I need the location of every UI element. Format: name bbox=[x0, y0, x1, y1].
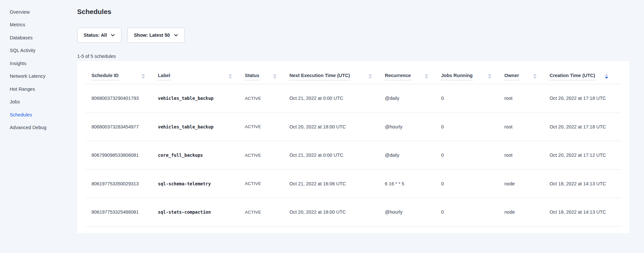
sort-icon[interactable] bbox=[142, 74, 145, 79]
sort-icon[interactable] bbox=[425, 74, 428, 79]
sidebar-item-label: Overview bbox=[10, 9, 30, 15]
sidebar-item[interactable]: Overview bbox=[0, 6, 77, 19]
cell-schedule-id: 806799098533806081 bbox=[91, 153, 158, 158]
column-header-label: Creation Time (UTC) bbox=[550, 73, 595, 80]
table-row[interactable]: 806197753325486081 sql-stats-compaction … bbox=[85, 198, 621, 227]
column-header[interactable]: Owner bbox=[504, 73, 550, 80]
table-header-row: Schedule ID Label bbox=[85, 61, 621, 84]
chevron-down-icon bbox=[111, 33, 115, 37]
cell-status: ACTIVE bbox=[245, 181, 289, 186]
sort-desc-arrow-icon bbox=[229, 77, 232, 79]
sidebar-item[interactable]: Insights bbox=[0, 57, 77, 70]
sort-icon[interactable] bbox=[229, 74, 232, 79]
cell-owner: root bbox=[504, 96, 550, 101]
cell-jobs-running: 0 bbox=[441, 181, 504, 186]
column-header-label: Jobs Running bbox=[441, 73, 473, 80]
sidebar-item[interactable]: Metrics bbox=[0, 19, 77, 32]
cell-schedule-id: 806197753350029313 bbox=[91, 181, 158, 186]
sidebar-item[interactable]: Advanced Debug bbox=[0, 121, 77, 134]
cell-creation-time: Oct 20, 2022 at 17:18 UTC bbox=[550, 124, 621, 129]
main-content: Schedules Status: All Show: Latest 50 1-… bbox=[77, 0, 644, 253]
table-row[interactable]: 806197753350029313 sql-schema-telemetry … bbox=[85, 170, 621, 198]
status-filter-dropdown[interactable]: Status: All bbox=[77, 28, 121, 43]
column-header[interactable]: Label bbox=[158, 73, 245, 80]
cell-label: vehicles_table_backup bbox=[158, 124, 245, 129]
cell-owner: node bbox=[504, 209, 550, 215]
sidebar-item[interactable]: Hot Ranges bbox=[0, 83, 77, 96]
cell-label: core_full_backups bbox=[158, 153, 245, 158]
sidebar-item[interactable]: Databases bbox=[0, 31, 77, 44]
cell-owner: root bbox=[504, 153, 550, 158]
column-header[interactable]: Recurrence bbox=[385, 73, 441, 80]
sort-asc-arrow-icon bbox=[605, 74, 608, 76]
table-row[interactable]: 806799098533806081 core_full_backups ACT… bbox=[85, 141, 621, 170]
sidebar-item-label: Advanced Debug bbox=[10, 125, 47, 130]
column-header[interactable]: Schedule ID bbox=[91, 73, 158, 80]
cell-recurrence: @daily bbox=[385, 96, 441, 101]
sort-desc-arrow-icon bbox=[369, 77, 372, 79]
sort-icon[interactable] bbox=[533, 74, 537, 79]
column-header[interactable]: Next Execution Time (UTC) bbox=[289, 73, 385, 80]
sort-icon[interactable] bbox=[369, 74, 372, 79]
sidebar-item[interactable]: SQL Activity bbox=[0, 44, 77, 57]
sidebar-item-label: Databases bbox=[10, 35, 33, 40]
sort-asc-arrow-icon bbox=[488, 74, 491, 76]
sort-asc-arrow-icon bbox=[533, 74, 537, 76]
cell-schedule-id: 806197753325486081 bbox=[91, 209, 158, 215]
show-filter-label: Show: Latest 50 bbox=[134, 33, 170, 38]
cell-next-execution: Oct 21, 2022 at 0:00 UTC bbox=[289, 96, 385, 101]
column-header-label: Status bbox=[245, 73, 259, 80]
cell-status: ACTIVE bbox=[245, 153, 289, 158]
cell-creation-time: Oct 18, 2022 at 14:13 UTC bbox=[550, 181, 621, 186]
sort-desc-arrow-icon bbox=[533, 77, 537, 79]
sidebar-item-label: Metrics bbox=[10, 22, 25, 27]
column-header[interactable]: Creation Time (UTC) bbox=[550, 73, 621, 80]
sort-desc-arrow-icon bbox=[425, 77, 428, 79]
column-header[interactable]: Status bbox=[245, 73, 289, 80]
column-header-label: Owner bbox=[504, 73, 519, 80]
cell-jobs-running: 0 bbox=[441, 96, 504, 101]
cell-owner: root bbox=[504, 124, 550, 129]
filter-bar: Status: All Show: Latest 50 bbox=[77, 28, 629, 43]
column-header-label: Next Execution Time (UTC) bbox=[289, 73, 350, 80]
cell-next-execution: Oct 20, 2022 at 18:00 UTC bbox=[289, 209, 385, 215]
sidebar-item[interactable]: Jobs bbox=[0, 96, 77, 109]
sidebar-item[interactable]: Network Latency bbox=[0, 70, 77, 83]
sort-desc-arrow-icon bbox=[605, 77, 608, 79]
cell-schedule-id: 806800373290401793 bbox=[91, 96, 158, 101]
cell-label: sql-schema-telemetry bbox=[158, 181, 245, 186]
sidebar-item-label: Insights bbox=[10, 61, 26, 66]
table-row[interactable]: 806800373283454977 vehicles_table_backup… bbox=[85, 113, 621, 141]
column-header[interactable]: Jobs Running bbox=[441, 73, 504, 80]
column-header-label: Label bbox=[158, 73, 170, 80]
cell-status: ACTIVE bbox=[245, 210, 289, 215]
cell-schedule-id: 806800373283454977 bbox=[91, 124, 158, 129]
cell-jobs-running: 0 bbox=[441, 153, 504, 158]
sort-desc-arrow-icon bbox=[273, 77, 276, 79]
sort-icon[interactable] bbox=[488, 74, 491, 79]
cell-label: vehicles_table_backup bbox=[158, 96, 245, 101]
cell-status: ACTIVE bbox=[245, 96, 289, 101]
cell-recurrence: @daily bbox=[385, 153, 441, 158]
page-title: Schedules bbox=[77, 7, 629, 16]
sidebar-item-label: SQL Activity bbox=[10, 48, 35, 53]
cell-label: sql-stats-compaction bbox=[158, 209, 245, 215]
sidebar-item[interactable]: Schedules bbox=[0, 108, 77, 121]
cell-owner: node bbox=[504, 181, 550, 186]
cell-recurrence: 6 16 * * 5 bbox=[385, 181, 441, 186]
cell-jobs-running: 0 bbox=[441, 209, 504, 215]
sidebar-item-label: Network Latency bbox=[10, 73, 46, 79]
cell-next-execution: Oct 20, 2022 at 18:00 UTC bbox=[289, 124, 385, 129]
sort-desc-arrow-icon bbox=[142, 77, 145, 79]
sort-icon[interactable] bbox=[605, 74, 608, 79]
column-header-label: Schedule ID bbox=[91, 73, 119, 80]
chevron-down-icon bbox=[174, 33, 178, 37]
cell-next-execution: Oct 21, 2022 at 0:00 UTC bbox=[289, 153, 385, 158]
table-row[interactable]: 806800373290401793 vehicles_table_backup… bbox=[85, 84, 621, 113]
cell-next-execution: Oct 21, 2022 at 16:06 UTC bbox=[289, 181, 385, 186]
show-filter-dropdown[interactable]: Show: Latest 50 bbox=[127, 28, 184, 43]
sort-asc-arrow-icon bbox=[273, 74, 276, 76]
sort-icon[interactable] bbox=[273, 74, 276, 79]
cell-recurrence: @hourly bbox=[385, 124, 441, 129]
sidebar-item-label: Jobs bbox=[10, 99, 20, 104]
